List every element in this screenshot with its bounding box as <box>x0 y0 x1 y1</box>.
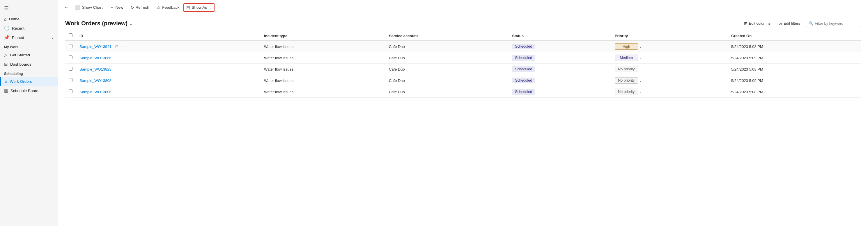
priority-cell: No priority ⌄ <box>615 77 724 84</box>
row-status-cell: Scheduled <box>508 86 611 98</box>
sidebar-item-label: Get Started <box>10 53 30 57</box>
row-created-on-cell: 5/24/2023 5:08 PM <box>728 64 861 75</box>
row-service-account-cell: Cafe Duo <box>385 75 508 86</box>
row-checkbox[interactable] <box>69 44 72 48</box>
sidebar-item-get-started[interactable]: ▷ Get Started <box>0 50 58 60</box>
row-checkbox-cell <box>65 75 76 86</box>
sidebar-item-label: Dashboards <box>10 62 31 67</box>
sidebar-item-dashboards[interactable]: ⊞ Dashboards <box>0 60 58 69</box>
row-incident-type-cell: Water flow issues <box>260 64 385 75</box>
plus-icon: ＋ <box>110 5 114 10</box>
sidebar-item-pinned[interactable]: 📌 Pinned ⌄ <box>0 33 58 42</box>
sidebar-item-work-orders[interactable]: ≡ Work Orders <box>0 77 58 86</box>
edit-columns-button[interactable]: ⊞ Edit columns <box>742 20 773 27</box>
work-order-link[interactable]: Sample_WO13941 <box>80 44 112 49</box>
column-service-account: Service account <box>385 31 508 41</box>
row-checkbox-cell <box>65 52 76 64</box>
priority-chevron-icon[interactable]: ⌄ <box>639 45 642 48</box>
priority-chevron-icon[interactable]: ⌄ <box>639 90 642 94</box>
row-id-cell: Sample_WO13941 ⊡ ··· <box>76 41 260 52</box>
sidebar-item-home[interactable]: ⌂ Home <box>0 14 58 24</box>
show-chart-label: Show Chart <box>82 5 103 10</box>
row-id-cell: Sample_WO13823 <box>76 64 260 75</box>
chevron-down-icon: ⌄ <box>51 36 54 39</box>
priority-chevron-icon[interactable]: ⌄ <box>639 79 642 82</box>
sidebar-item-label: Recent <box>12 26 25 31</box>
row-checkbox[interactable] <box>69 67 72 71</box>
work-orders-table: ID ↓ Incident type Service account Statu… <box>65 31 861 98</box>
priority-cell: No priority ⌄ <box>615 88 724 95</box>
row-created-on-cell: 5/24/2023 5:08 PM <box>728 86 861 98</box>
open-record-button[interactable]: ⊡ <box>114 44 120 49</box>
table-row: Sample_WO13866Water flow issuesCafe DuoS… <box>65 52 861 64</box>
column-incident-type: Incident type <box>260 31 385 41</box>
status-badge: Scheduled <box>512 55 535 61</box>
refresh-icon: ↻ <box>130 5 134 10</box>
search-icon: 🔍 <box>809 21 813 26</box>
row-created-on-cell: 5/24/2023 5:08 PM <box>728 41 861 52</box>
table-row: Sample_WO13941 ⊡ ··· Water flow issuesCa… <box>65 41 861 52</box>
priority-badge: No priority <box>615 77 638 84</box>
priority-chevron-icon[interactable]: ⌄ <box>639 67 642 71</box>
row-created-on-cell: 5/24/2023 5:09 PM <box>728 52 861 64</box>
page-title-area: Work Orders (preview) ⌄ <box>65 20 133 27</box>
row-priority-cell: No priority ⌄ <box>611 75 728 86</box>
row-status-cell: Scheduled <box>508 75 611 86</box>
table-body: Sample_WO13941 ⊡ ··· Water flow issuesCa… <box>65 41 861 98</box>
sidebar-item-recent[interactable]: 🕐 Recent ⌄ <box>0 24 58 33</box>
hamburger-icon[interactable]: ☰ <box>0 2 58 14</box>
row-checkbox[interactable] <box>69 78 72 82</box>
row-checkbox[interactable] <box>69 55 72 59</box>
work-order-link[interactable]: Sample_WO13808 <box>80 78 112 83</box>
scheduling-section-label: Scheduling <box>0 69 58 77</box>
pin-icon: 📌 <box>4 35 10 40</box>
edit-columns-label: Edit columns <box>749 21 771 26</box>
row-priority-cell: Medium ⌄ <box>611 52 728 64</box>
sidebar: ☰ ⌂ Home 🕐 Recent ⌄ 📌 Pinned ⌄ My Work ▷… <box>0 0 58 226</box>
refresh-button[interactable]: ↻ Refresh <box>127 3 152 12</box>
work-order-link[interactable]: Sample_WO13806 <box>80 90 112 94</box>
sort-icon: ↓ <box>85 34 87 38</box>
page-title: Work Orders (preview) <box>65 20 127 27</box>
feedback-button[interactable]: ☺ Feedback <box>153 3 183 11</box>
row-service-account-cell: Cafe Duo <box>385 41 508 52</box>
row-priority-cell: High ⌄ <box>611 41 728 52</box>
priority-badge: No priority <box>615 66 638 72</box>
row-id-cell: Sample_WO13808 <box>76 75 260 86</box>
status-badge: Scheduled <box>512 78 535 83</box>
header-actions: ⊞ Edit columns ⊿ Edit filters 🔍 <box>742 20 861 27</box>
new-button[interactable]: ＋ New <box>107 3 126 12</box>
back-button[interactable]: ← <box>62 3 71 12</box>
work-order-link[interactable]: Sample_WO13823 <box>80 67 112 71</box>
row-checkbox[interactable] <box>69 89 72 93</box>
sidebar-item-label: Home <box>9 17 20 21</box>
row-status-cell: Scheduled <box>508 41 611 52</box>
sidebar-item-label: Pinned <box>12 35 24 40</box>
feedback-label: Feedback <box>162 5 179 10</box>
show-as-button[interactable]: ⊟ Show As ⌄ <box>183 3 215 12</box>
recent-icon: 🕐 <box>4 26 10 31</box>
title-chevron-icon[interactable]: ⌄ <box>129 21 133 26</box>
schedule-board-icon: ▦ <box>4 88 8 93</box>
priority-cell: Medium ⌄ <box>615 54 724 61</box>
content-area: Work Orders (preview) ⌄ ⊞ Edit columns ⊿… <box>58 15 868 226</box>
columns-icon: ⊞ <box>744 21 747 26</box>
priority-chevron-icon[interactable]: ⌄ <box>639 56 642 60</box>
work-order-link[interactable]: Sample_WO13866 <box>80 56 112 60</box>
filter-by-keyword-input[interactable] <box>815 21 858 26</box>
select-all-checkbox[interactable] <box>69 33 72 37</box>
sidebar-item-schedule-board[interactable]: ▦ Schedule Board <box>0 86 58 95</box>
status-badge: Scheduled <box>512 89 535 95</box>
chevron-down-icon: ⌄ <box>209 5 212 9</box>
more-options-button[interactable]: ··· <box>121 44 126 49</box>
row-checkbox-cell <box>65 86 76 98</box>
row-service-account-cell: Cafe Duo <box>385 52 508 64</box>
row-service-account-cell: Cafe Duo <box>385 64 508 75</box>
row-incident-type-cell: Water flow issues <box>260 75 385 86</box>
show-chart-button[interactable]: ⬜ Show Chart <box>72 3 106 12</box>
table-row: Sample_WO13823Water flow issuesCafe DuoS… <box>65 64 861 75</box>
row-status-cell: Scheduled <box>508 52 611 64</box>
home-icon: ⌂ <box>4 16 7 22</box>
column-priority: Priority <box>611 31 728 41</box>
edit-filters-button[interactable]: ⊿ Edit filters <box>776 20 803 27</box>
